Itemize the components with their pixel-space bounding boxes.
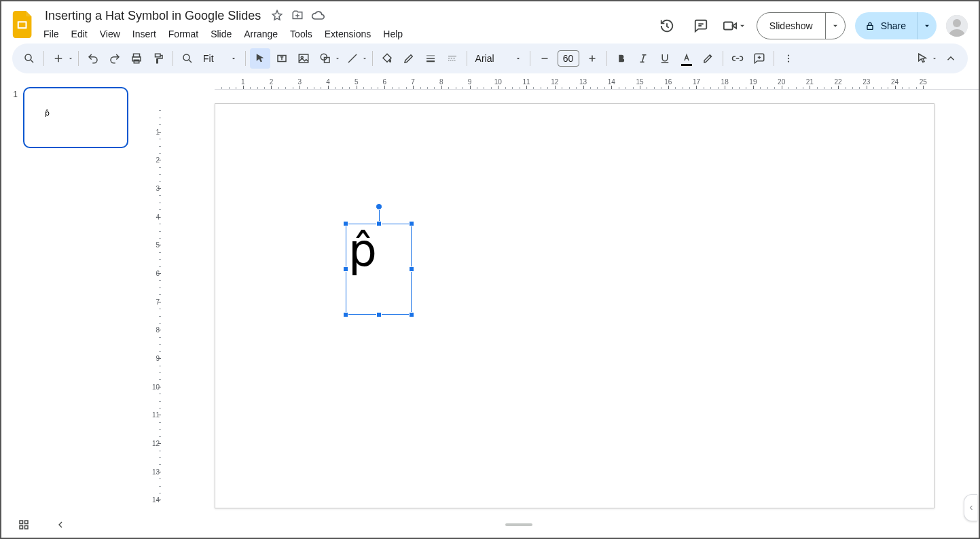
print-button[interactable]: [126, 48, 147, 69]
resize-handle-bl[interactable]: [343, 312, 348, 317]
collapse-filmstrip-button[interactable]: [50, 515, 71, 535]
horizontal-ruler[interactable]: 1234567891011121314151617181920212223242…: [162, 77, 979, 90]
slides-logo[interactable]: [10, 11, 37, 38]
highlight-button[interactable]: [698, 48, 719, 69]
workspace: 1 p̂ 12345678910111213141516171819202122…: [1, 77, 979, 512]
separator: [723, 51, 723, 66]
menu-slide[interactable]: Slide: [205, 26, 237, 42]
resize-handle-br[interactable]: [409, 312, 414, 317]
svg-rect-33: [20, 526, 23, 529]
fill-color-button[interactable]: [377, 48, 397, 69]
svg-rect-13: [299, 54, 308, 63]
menu-file[interactable]: File: [38, 26, 65, 42]
svg-rect-3: [867, 25, 873, 29]
svg-rect-10: [156, 54, 161, 57]
image-button[interactable]: [293, 48, 314, 69]
new-slide-button[interactable]: [48, 48, 69, 69]
zoom-select[interactable]: Fit: [199, 53, 241, 64]
separator: [467, 51, 467, 66]
slide-thumbnail-1[interactable]: p̂: [23, 87, 128, 148]
border-dash-button[interactable]: [442, 48, 462, 69]
svg-rect-1: [19, 22, 26, 27]
move-icon[interactable]: [291, 9, 304, 22]
text-color-button[interactable]: [676, 48, 697, 69]
history-icon[interactable]: [655, 14, 679, 38]
side-panel-toggle[interactable]: [964, 494, 977, 521]
svg-point-28: [787, 54, 788, 56]
italic-button[interactable]: [633, 48, 653, 69]
menu-arrange[interactable]: Arrange: [238, 26, 283, 42]
star-icon[interactable]: [270, 9, 284, 22]
toolbar: Fit Arial: [12, 44, 968, 73]
svg-rect-2: [724, 22, 733, 30]
canvas-area: 1234567891011121314151617181920212223242…: [144, 77, 979, 512]
svg-rect-21: [448, 58, 450, 58]
border-weight-button[interactable]: [420, 48, 441, 69]
slideshow-dropdown[interactable]: [826, 21, 845, 31]
comments-icon[interactable]: [689, 14, 713, 38]
svg-rect-24: [448, 60, 450, 60]
resize-handle-bm[interactable]: [376, 312, 382, 317]
resize-handle-mr[interactable]: [409, 266, 414, 272]
resize-handle-ml[interactable]: [343, 266, 348, 272]
search-menus-button[interactable]: [19, 48, 39, 69]
paint-format-button[interactable]: [148, 48, 168, 69]
svg-rect-18: [427, 58, 435, 59]
undo-button[interactable]: [83, 48, 103, 69]
svg-rect-31: [20, 521, 23, 524]
share-dropdown[interactable]: [918, 21, 937, 31]
menu-format[interactable]: Format: [163, 26, 204, 42]
shape-button[interactable]: [315, 48, 335, 69]
svg-rect-23: [453, 58, 454, 58]
svg-point-6: [25, 54, 31, 60]
menu-tools[interactable]: Tools: [285, 26, 318, 42]
separator: [78, 51, 79, 66]
menu-extensions[interactable]: Extensions: [319, 26, 376, 42]
svg-rect-34: [25, 526, 29, 529]
speaker-notes-handle[interactable]: [505, 523, 532, 526]
increase-font-button[interactable]: [582, 48, 602, 69]
slideshow-button[interactable]: Slideshow: [757, 13, 826, 39]
vertical-ruler[interactable]: 1234567891011121314: [149, 90, 162, 512]
mode-button[interactable]: [912, 48, 932, 69]
collapse-toolbar-button[interactable]: [941, 48, 961, 69]
filmstrip[interactable]: 1 p̂: [1, 77, 144, 512]
chevron-down-icon: [515, 55, 522, 62]
svg-point-30: [787, 60, 788, 62]
line-button[interactable]: [342, 48, 363, 69]
meet-button[interactable]: [723, 18, 747, 33]
redo-button[interactable]: [105, 48, 125, 69]
resize-handle-tr[interactable]: [409, 221, 414, 226]
border-color-button[interactable]: [399, 48, 419, 69]
rotation-handle[interactable]: [376, 203, 382, 210]
underline-button[interactable]: [655, 48, 675, 69]
more-button[interactable]: [778, 48, 799, 69]
textbox-button[interactable]: [272, 48, 292, 69]
menu-view[interactable]: View: [94, 26, 126, 42]
zoom-tool-button[interactable]: [177, 48, 198, 69]
separator: [530, 51, 530, 66]
font-select[interactable]: Arial: [471, 53, 526, 64]
font-size-input[interactable]: [558, 50, 579, 67]
menu-help[interactable]: Help: [378, 26, 408, 42]
grid-view-button[interactable]: [14, 515, 34, 535]
share-button[interactable]: Share: [855, 12, 918, 39]
document-title[interactable]: Inserting a Hat Symbol in Google Slides: [42, 7, 264, 24]
separator: [774, 51, 774, 66]
cloud-status-icon[interactable]: [311, 9, 325, 22]
slide-canvas[interactable]: p̂: [215, 103, 934, 508]
resize-handle-tm[interactable]: [376, 221, 382, 226]
bold-button[interactable]: [611, 48, 632, 69]
svg-rect-25: [450, 60, 452, 60]
insert-link-button[interactable]: [727, 48, 748, 69]
menu-edit[interactable]: Edit: [66, 26, 93, 42]
font-name: Arial: [475, 53, 494, 64]
select-tool-button[interactable]: [250, 48, 270, 69]
separator: [372, 51, 373, 66]
decrease-font-button[interactable]: [534, 48, 555, 69]
resize-handle-tl[interactable]: [343, 221, 348, 226]
add-comment-button[interactable]: [749, 48, 769, 69]
selected-text-box[interactable]: p̂: [346, 224, 412, 315]
account-avatar[interactable]: [946, 15, 968, 37]
menu-insert[interactable]: Insert: [127, 26, 162, 42]
